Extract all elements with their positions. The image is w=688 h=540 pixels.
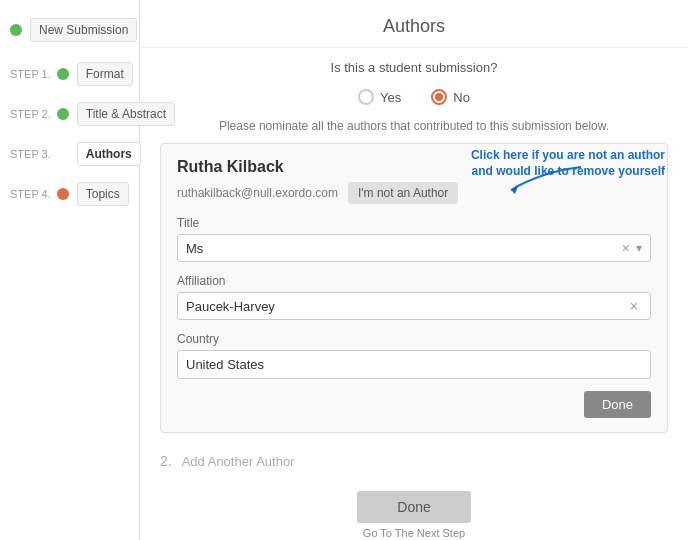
title-value: Ms xyxy=(186,241,618,256)
sidebar-item-format[interactable]: STEP 1. Format xyxy=(0,54,139,94)
title-field-group: Title Ms × ▾ xyxy=(177,216,651,262)
sidebar: New Submission STEP 1. Format STEP 2. Ti… xyxy=(0,0,140,540)
card-done-button[interactable]: Done xyxy=(584,391,651,418)
step-dot-title xyxy=(57,108,69,120)
not-author-button[interactable]: I'm not an Author xyxy=(348,182,458,204)
authors-button[interactable]: Authors xyxy=(77,142,141,166)
nominate-text: Please nominate all the authors that con… xyxy=(140,115,688,143)
topics-button[interactable]: Topics xyxy=(77,182,129,206)
country-field-group: Country xyxy=(177,332,651,379)
add-author-label[interactable]: Add Another Author xyxy=(182,454,295,469)
step-dot-new xyxy=(10,24,22,36)
step-dot-format xyxy=(57,68,69,80)
title-label: Title xyxy=(177,216,651,230)
bottom-done-area: Done Go To The Next Step xyxy=(140,479,688,540)
radio-yes-circle xyxy=(358,89,374,105)
affiliation-label: Affiliation xyxy=(177,274,651,288)
author-card: Click here if you are not an author and … xyxy=(160,143,668,433)
radio-yes-option[interactable]: Yes xyxy=(358,89,401,105)
bottom-done-button[interactable]: Done xyxy=(357,491,470,523)
main-content: Authors Is this a student submission? Ye… xyxy=(140,0,688,540)
country-input[interactable] xyxy=(177,350,651,379)
country-label: Country xyxy=(177,332,651,346)
title-chevron-icon: ▾ xyxy=(636,241,642,255)
format-button[interactable]: Format xyxy=(77,62,133,86)
affiliation-value: Paucek-Harvey xyxy=(186,299,626,314)
affiliation-field-group: Affiliation Paucek-Harvey × xyxy=(177,274,651,320)
bottom-done-subtitle: Go To The Next Step xyxy=(363,527,465,539)
step-dot-authors xyxy=(57,148,69,160)
sidebar-item-topics[interactable]: STEP 4. Topics xyxy=(0,174,139,214)
radio-yes-label: Yes xyxy=(380,90,401,105)
sidebar-item-authors[interactable]: STEP 3. Authors xyxy=(0,134,139,174)
affiliation-select[interactable]: Paucek-Harvey × xyxy=(177,292,651,320)
author-email: ruthakilback@null.exordo.com xyxy=(177,186,338,200)
student-submission-question: Is this a student submission? xyxy=(140,48,688,83)
step-number-topics: STEP 4. xyxy=(10,188,51,200)
new-submission-button[interactable]: New Submission xyxy=(30,18,137,42)
radio-no-option[interactable]: No xyxy=(431,89,470,105)
title-clear-icon[interactable]: × xyxy=(618,240,634,256)
title-select[interactable]: Ms × ▾ xyxy=(177,234,651,262)
step-dot-topics xyxy=(57,188,69,200)
radio-no-circle xyxy=(431,89,447,105)
add-author-row[interactable]: 2. Add Another Author xyxy=(140,443,688,479)
title-abstract-button[interactable]: Title & Abstract xyxy=(77,102,175,126)
step-number-authors: STEP 3. xyxy=(10,148,51,160)
affiliation-clear-icon[interactable]: × xyxy=(626,298,642,314)
page-title: Authors xyxy=(140,0,688,48)
radio-no-label: No xyxy=(453,90,470,105)
card-done-row: Done xyxy=(177,391,651,418)
sidebar-item-title-abstract[interactable]: STEP 2. Title & Abstract xyxy=(0,94,139,134)
arrow-icon xyxy=(501,162,591,202)
radio-group: Yes No xyxy=(140,83,688,115)
add-author-number: 2. xyxy=(160,453,172,469)
step-number-title: STEP 2. xyxy=(10,108,51,120)
sidebar-item-new-submission[interactable]: New Submission xyxy=(0,10,139,50)
step-number-format: STEP 1. xyxy=(10,68,51,80)
